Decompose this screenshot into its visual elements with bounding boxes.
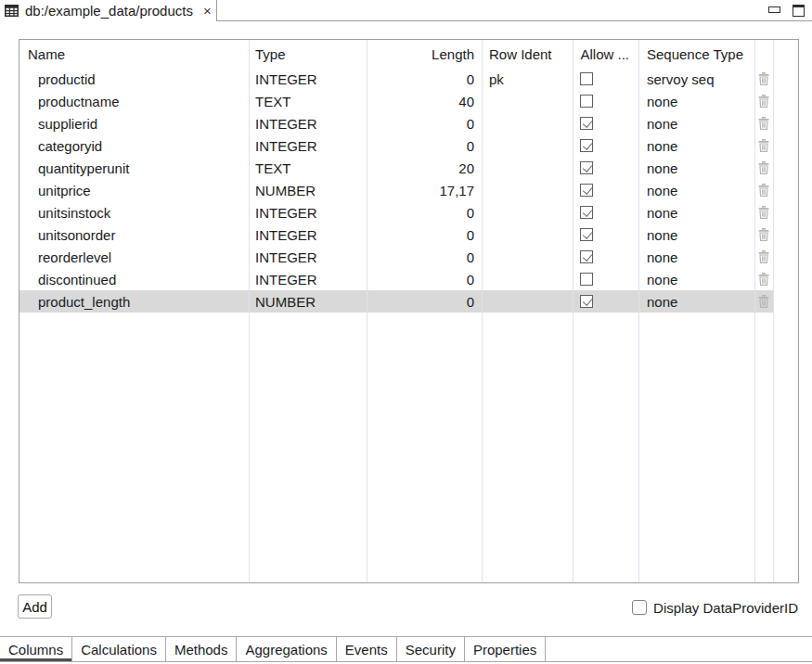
column-type-cell[interactable]: INTEGER <box>249 116 367 132</box>
column-name-cell[interactable]: discontinued <box>19 272 249 287</box>
allow-null-checkbox[interactable] <box>580 250 593 263</box>
allow-null-checkbox[interactable] <box>580 161 593 174</box>
add-button[interactable]: Add <box>18 594 52 619</box>
column-name-cell[interactable]: productid <box>19 71 249 87</box>
sequence-type-cell[interactable]: none <box>638 94 754 109</box>
sequence-type-cell[interactable]: none <box>638 205 754 221</box>
column-length-cell[interactable]: 0 <box>367 249 482 265</box>
sequence-type-cell[interactable]: none <box>638 272 754 287</box>
column-length-cell[interactable]: 0 <box>367 272 482 287</box>
table-row[interactable]: quantityperunit TEXT 20 none <box>19 157 798 179</box>
column-type-cell[interactable]: INTEGER <box>249 71 367 87</box>
column-name-cell[interactable]: quantityperunit <box>19 160 249 176</box>
column-name-cell[interactable]: categoryid <box>19 138 249 154</box>
column-length-cell[interactable]: 0 <box>367 294 482 310</box>
sequence-type-cell[interactable]: none <box>638 294 754 310</box>
delete-row-icon[interactable] <box>758 117 769 130</box>
column-length-cell[interactable]: 0 <box>367 205 482 221</box>
column-type-cell[interactable]: INTEGER <box>249 249 367 265</box>
column-name-cell[interactable]: product_length <box>19 294 249 310</box>
column-name-cell[interactable]: reorderlevel <box>19 249 249 265</box>
column-length-cell[interactable]: 17,17 <box>367 183 482 198</box>
table-row[interactable]: discontinued INTEGER 0 none <box>19 268 798 290</box>
tab-columns[interactable]: Columns <box>0 637 72 661</box>
column-length-cell[interactable]: 0 <box>367 71 482 87</box>
sequence-type-cell[interactable]: none <box>638 160 754 176</box>
delete-row-icon[interactable] <box>758 139 769 152</box>
column-type-cell[interactable]: TEXT <box>249 94 367 109</box>
tab-db-products[interactable]: db:/example_data/products × <box>0 0 217 21</box>
view-controls <box>768 0 812 20</box>
delete-row-icon[interactable] <box>758 273 769 286</box>
table-row[interactable]: categoryid INTEGER 0 none <box>19 134 798 157</box>
allow-null-checkbox[interactable] <box>580 295 593 308</box>
tab-events[interactable]: Events <box>337 637 397 661</box>
allow-null-checkbox[interactable] <box>580 273 593 286</box>
column-type-cell[interactable]: INTEGER <box>249 272 367 287</box>
column-type-cell[interactable]: TEXT <box>249 160 367 176</box>
column-length-cell[interactable]: 0 <box>367 138 482 154</box>
delete-row-icon[interactable] <box>758 295 769 308</box>
allow-null-checkbox[interactable] <box>580 139 593 152</box>
allow-null-checkbox[interactable] <box>580 72 593 85</box>
column-length-cell[interactable]: 40 <box>367 94 482 109</box>
minimize-icon[interactable] <box>768 6 780 13</box>
display-dataproviderid-group: Display DataProviderID <box>632 599 798 616</box>
table-row[interactable]: reorderlevel INTEGER 0 none <box>19 246 798 268</box>
column-length-cell[interactable]: 0 <box>367 116 482 132</box>
column-type-cell[interactable]: INTEGER <box>249 205 367 221</box>
row-ident-cell[interactable]: pk <box>482 71 573 87</box>
delete-row-icon[interactable] <box>758 95 769 108</box>
table-row[interactable]: unitsonorder INTEGER 0 none <box>19 223 798 246</box>
delete-row-icon[interactable] <box>758 184 769 197</box>
sequence-type-cell[interactable]: none <box>638 183 754 198</box>
tab-methods[interactable]: Methods <box>166 637 238 661</box>
tabbar-fill <box>217 0 812 21</box>
column-name-cell[interactable]: unitprice <box>19 183 249 198</box>
table-row[interactable]: unitsinstock INTEGER 0 none <box>19 201 798 223</box>
header-name[interactable]: Name <box>19 46 249 62</box>
sequence-type-cell[interactable]: none <box>638 249 754 265</box>
close-icon[interactable]: × <box>203 4 212 18</box>
header-sequence-type[interactable]: Sequence Type <box>638 46 754 62</box>
table-row[interactable]: unitprice NUMBER 17,17 none <box>19 179 798 201</box>
tab-aggregations[interactable]: Aggregations <box>237 637 336 661</box>
table-row[interactable]: productname TEXT 40 none <box>19 90 798 112</box>
allow-null-checkbox[interactable] <box>580 228 593 241</box>
maximize-icon[interactable] <box>793 5 805 17</box>
column-type-cell[interactable]: INTEGER <box>249 138 367 154</box>
delete-row-icon[interactable] <box>758 250 769 263</box>
tab-properties[interactable]: Properties <box>465 637 546 661</box>
delete-row-icon[interactable] <box>758 72 769 85</box>
header-allow-null[interactable]: Allow ... <box>573 46 638 62</box>
allow-null-checkbox[interactable] <box>580 117 593 130</box>
delete-row-icon[interactable] <box>758 161 769 174</box>
column-length-cell[interactable]: 20 <box>367 160 482 176</box>
column-name-cell[interactable]: supplierid <box>19 116 249 132</box>
tab-security[interactable]: Security <box>397 637 465 661</box>
column-type-cell[interactable]: NUMBER <box>249 183 367 198</box>
delete-row-icon[interactable] <box>758 228 769 241</box>
column-name-cell[interactable]: unitsinstock <box>19 205 249 221</box>
table-row[interactable]: supplierid INTEGER 0 none <box>19 112 798 134</box>
table-row[interactable]: product_length NUMBER 0 none <box>19 290 798 313</box>
column-type-cell[interactable]: NUMBER <box>249 294 367 310</box>
delete-row-icon[interactable] <box>758 206 769 219</box>
display-dataproviderid-checkbox[interactable] <box>632 600 647 615</box>
column-name-cell[interactable]: unitsonorder <box>19 227 249 243</box>
allow-null-checkbox[interactable] <box>580 206 593 219</box>
allow-null-checkbox[interactable] <box>580 184 593 197</box>
column-length-cell[interactable]: 0 <box>367 227 482 243</box>
sequence-type-cell[interactable]: none <box>638 227 754 243</box>
table-row[interactable]: productid INTEGER 0 pk servoy seq <box>19 68 798 90</box>
header-length[interactable]: Length <box>367 46 482 62</box>
allow-null-checkbox[interactable] <box>580 95 593 108</box>
column-name-cell[interactable]: productname <box>19 94 249 109</box>
tab-calculations[interactable]: Calculations <box>72 637 166 661</box>
column-type-cell[interactable]: INTEGER <box>249 227 367 243</box>
sequence-type-cell[interactable]: none <box>638 116 754 132</box>
header-row-ident[interactable]: Row Ident <box>482 46 573 62</box>
sequence-type-cell[interactable]: none <box>638 138 754 154</box>
sequence-type-cell[interactable]: servoy seq <box>638 71 754 87</box>
header-type[interactable]: Type <box>249 46 367 62</box>
